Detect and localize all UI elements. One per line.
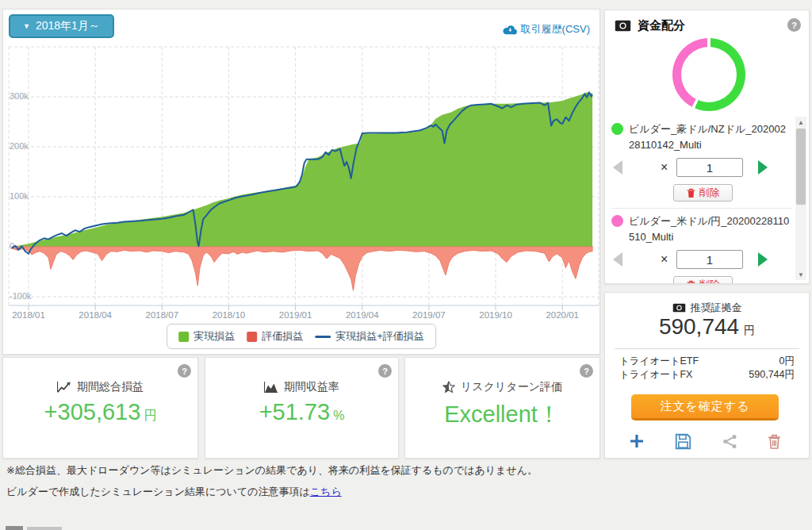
delete-label: 削除 [699,186,720,200]
allocation-item: ビルダー_米ドル/円_20200228110510_Multi × 削除 [611,208,792,284]
risk-return-rating: Excellent！ [444,399,561,431]
trash-icon [687,280,695,285]
increase-arrow-icon[interactable] [758,252,768,267]
return-rate-card: ? 期間収益率 +51.73 % [205,357,399,459]
svg-text:2018/01: 2018/01 [12,310,45,320]
legend-swatch-evaluation [247,332,257,342]
svg-text:2020/01: 2020/01 [546,310,579,320]
half-star-icon [442,381,455,394]
decrease-arrow-icon[interactable] [613,160,622,175]
svg-text:100k: 100k [10,191,29,201]
money-icon [672,303,686,313]
total-profit-card: ? 期間総合損益 +305,613 円 [2,357,198,459]
note-link[interactable]: こちら [310,486,342,497]
return-rate-header: 期間収益率 [205,380,398,394]
fund-allocation-header: 資金配分 [615,18,685,33]
quantity-input[interactable] [676,250,743,269]
scroll-down-icon[interactable]: ▼ [795,269,806,280]
recommended-margin-amount: 590,744 円 [605,314,809,340]
svg-text:2018/04: 2018/04 [79,310,112,320]
trash-icon[interactable] [764,431,784,451]
fund-allocation-card: 資金配分 ? ビルダー_豪ドル/NZドル_20200228110142_Mult… [604,10,810,284]
note-prefix: ビルダーで作成したシミュレーション結果についての注意事項は [6,486,310,497]
quantity-stepper: × [611,250,792,271]
strategy-name: ビルダー_米ドル/円_20200228110510_Multi [629,213,790,245]
recommended-margin-title: 推奨証拠金 [691,301,742,315]
margin-row-label: トライオートFX [619,368,692,382]
trash-icon [687,188,695,198]
risk-return-title: リスクリターン評価 [461,380,562,394]
allocation-item: ビルダー_豪ドル/NZドル_20200228110142_Multi × 削除 [611,117,792,208]
return-rate-number: +51.73 [259,399,331,425]
clipped-bottom-content [6,526,23,530]
help-icon[interactable]: ? [178,364,191,378]
save-icon[interactable] [672,431,693,451]
risk-return-value: Excellent！ [405,399,599,431]
profit-chart-card: ▼ 2018年1月～ 取引履歴(CSV) 300k200k100k0-100k2… [2,9,600,355]
fund-allocation-title: 資金配分 [638,18,685,33]
money-icon [615,20,631,32]
svg-text:2018/07: 2018/07 [146,310,179,320]
return-rate-title: 期間収益率 [284,380,339,394]
svg-text:2019/04: 2019/04 [346,310,379,320]
margin-row-etf: トライオートETF 0円 [619,355,795,368]
legend-label: 実現損益 [193,329,235,344]
svg-text:2019/07: 2019/07 [412,310,446,320]
note-text: ビルダーで作成したシミュレーション結果についての注意事項はこちら [6,485,342,499]
legend-item-total[interactable]: 実現損益+評価損益 [315,329,424,344]
legend-item-realized[interactable]: 実現損益 [178,329,235,344]
series-color-dot [611,123,623,135]
donut-hole [681,47,737,102]
help-icon[interactable]: ? [580,364,593,378]
divider [615,348,799,349]
legend-swatch-realized [178,332,189,342]
return-rate-unit: % [333,409,344,423]
margin-amount-value: 590,744 [659,314,739,340]
help-icon[interactable]: ? [378,364,392,378]
help-icon[interactable]: ? [787,18,801,32]
strategy-name: ビルダー_豪ドル/NZドル_20200228110142_Multi [629,121,790,153]
delete-strategy-button[interactable]: 削除 [673,276,733,284]
legend-swatch-total [315,336,331,338]
recommended-margin-header: 推奨証拠金 [605,301,809,315]
quantity-stepper: × [611,158,792,179]
quantity-input[interactable] [676,158,743,177]
total-profit-number: +305,613 [44,399,141,425]
legend-item-evaluation[interactable]: 評価損益 [247,329,303,344]
area-chart-icon [264,382,278,393]
svg-text:-100k: -100k [10,291,32,301]
recommended-margin-card: 推奨証拠金 590,744 円 トライオートETF 0円 トライオートFX 59… [604,292,810,459]
scroll-up-icon[interactable]: ▲ [795,117,806,128]
margin-row-value: 0円 [779,355,795,368]
action-icon-row [605,431,809,451]
share-icon[interactable] [719,431,740,451]
multiply-sign: × [661,252,668,267]
total-profit-unit: 円 [144,408,156,424]
legend-label: 評価損益 [262,329,303,344]
allocation-list: ビルダー_豪ドル/NZドル_20200228110142_Multi × 削除 [611,117,792,284]
scrollbar-thumb[interactable] [796,129,806,205]
total-profit-title: 期間総合損益 [77,380,144,394]
svg-text:200k: 200k [10,141,29,151]
series-color-dot [611,215,623,227]
increase-arrow-icon[interactable] [758,160,768,175]
svg-text:2018/10: 2018/10 [213,310,246,320]
disclaimer-text: ※総合損益、最大ドローダウン等はシミュレーションの結果であり、将来の利益を保証す… [6,463,538,478]
decrease-arrow-icon[interactable] [613,252,622,267]
line-chart-icon [57,382,71,393]
svg-text:2019/10: 2019/10 [479,310,512,320]
list-scrollbar[interactable]: ▲ ▼ [795,117,806,280]
profit-chart: 300k200k100k0-100k2018/012018/042018/072… [3,10,600,321]
delete-strategy-button[interactable]: 削除 [673,184,733,202]
margin-row-label: トライオートETF [619,355,699,368]
add-icon[interactable] [626,431,647,451]
simulation-result-page: ▼ 2018年1月～ 取引履歴(CSV) 300k200k100k0-100k2… [0,0,812,530]
svg-text:2019/01: 2019/01 [279,310,312,320]
margin-amount-unit: 円 [744,324,755,338]
risk-return-card: ? リスクリターン評価 Excellent！ [404,357,600,459]
multiply-sign: × [661,160,668,175]
total-profit-header: 期間総合損益 [3,380,197,394]
svg-text:300k: 300k [10,91,29,101]
margin-row-value: 590,744円 [749,368,795,382]
confirm-order-button[interactable]: 注文を確定する [631,394,779,421]
